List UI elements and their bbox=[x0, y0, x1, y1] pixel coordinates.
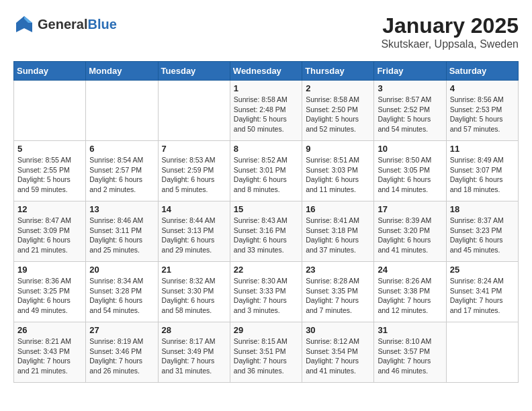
day-number: 23 bbox=[306, 265, 370, 275]
day-number: 3 bbox=[378, 83, 442, 93]
logo: GeneralBlue bbox=[13, 13, 117, 35]
day-info: Sunrise: 8:24 AM Sunset: 3:41 PM Dayligh… bbox=[450, 276, 515, 316]
col-sunday: Sunday bbox=[14, 62, 86, 81]
calendar-week-3: 12Sunrise: 8:47 AM Sunset: 3:09 PM Dayli… bbox=[14, 201, 519, 262]
calendar-week-1: 1Sunrise: 8:58 AM Sunset: 2:48 PM Daylig… bbox=[14, 81, 519, 141]
calendar-cell: 10Sunrise: 8:50 AM Sunset: 3:05 PM Dayli… bbox=[374, 141, 446, 201]
day-number: 15 bbox=[234, 204, 298, 214]
calendar-cell: 30Sunrise: 8:12 AM Sunset: 3:54 PM Dayli… bbox=[302, 322, 374, 383]
day-number: 8 bbox=[234, 144, 298, 154]
calendar-cell: 12Sunrise: 8:47 AM Sunset: 3:09 PM Dayli… bbox=[14, 201, 86, 262]
day-number: 24 bbox=[378, 265, 442, 275]
day-info: Sunrise: 8:36 AM Sunset: 3:25 PM Dayligh… bbox=[17, 276, 82, 316]
calendar-cell bbox=[14, 81, 86, 141]
day-number: 17 bbox=[378, 204, 442, 214]
calendar-cell: 26Sunrise: 8:21 AM Sunset: 3:43 PM Dayli… bbox=[14, 322, 86, 383]
calendar-cell: 2Sunrise: 8:58 AM Sunset: 2:50 PM Daylig… bbox=[302, 81, 374, 141]
day-number: 19 bbox=[17, 265, 82, 275]
day-info: Sunrise: 8:39 AM Sunset: 3:20 PM Dayligh… bbox=[378, 216, 442, 255]
day-number: 5 bbox=[17, 144, 82, 154]
day-info: Sunrise: 8:37 AM Sunset: 3:23 PM Dayligh… bbox=[450, 216, 515, 255]
calendar-cell: 4Sunrise: 8:56 AM Sunset: 2:53 PM Daylig… bbox=[446, 81, 518, 141]
calendar-cell: 21Sunrise: 8:32 AM Sunset: 3:30 PM Dayli… bbox=[158, 262, 230, 322]
day-info: Sunrise: 8:51 AM Sunset: 3:03 PM Dayligh… bbox=[306, 155, 370, 195]
calendar-cell: 23Sunrise: 8:28 AM Sunset: 3:35 PM Dayli… bbox=[302, 262, 374, 322]
logo-blue: Blue bbox=[87, 17, 116, 32]
col-wednesday: Wednesday bbox=[230, 62, 302, 81]
col-saturday: Saturday bbox=[446, 62, 518, 81]
day-info: Sunrise: 8:46 AM Sunset: 3:11 PM Dayligh… bbox=[89, 216, 154, 255]
day-number: 21 bbox=[162, 265, 226, 275]
day-number: 28 bbox=[162, 325, 226, 335]
calendar-cell: 18Sunrise: 8:37 AM Sunset: 3:23 PM Dayli… bbox=[446, 201, 518, 262]
calendar-table: Sunday Monday Tuesday Wednesday Thursday… bbox=[13, 61, 519, 383]
day-info: Sunrise: 8:19 AM Sunset: 3:46 PM Dayligh… bbox=[89, 336, 154, 376]
day-number: 11 bbox=[450, 144, 515, 154]
day-info: Sunrise: 8:28 AM Sunset: 3:35 PM Dayligh… bbox=[306, 276, 370, 316]
calendar-cell: 1Sunrise: 8:58 AM Sunset: 2:48 PM Daylig… bbox=[230, 81, 302, 141]
day-number: 2 bbox=[306, 83, 370, 93]
day-info: Sunrise: 8:21 AM Sunset: 3:43 PM Dayligh… bbox=[17, 336, 82, 376]
calendar-cell: 6Sunrise: 8:54 AM Sunset: 2:57 PM Daylig… bbox=[86, 141, 158, 201]
day-info: Sunrise: 8:57 AM Sunset: 2:52 PM Dayligh… bbox=[378, 95, 442, 134]
calendar-cell: 7Sunrise: 8:53 AM Sunset: 2:59 PM Daylig… bbox=[158, 141, 230, 201]
day-info: Sunrise: 8:52 AM Sunset: 3:01 PM Dayligh… bbox=[234, 155, 298, 195]
calendar-week-5: 26Sunrise: 8:21 AM Sunset: 3:43 PM Dayli… bbox=[14, 322, 519, 383]
calendar-header: Sunday Monday Tuesday Wednesday Thursday… bbox=[14, 62, 519, 81]
logo-icon bbox=[13, 13, 35, 35]
day-number: 20 bbox=[89, 265, 154, 275]
col-monday: Monday bbox=[86, 62, 158, 81]
day-number: 4 bbox=[450, 83, 515, 93]
calendar-cell: 27Sunrise: 8:19 AM Sunset: 3:46 PM Dayli… bbox=[86, 322, 158, 383]
day-info: Sunrise: 8:32 AM Sunset: 3:30 PM Dayligh… bbox=[162, 276, 226, 316]
day-number: 14 bbox=[162, 204, 226, 214]
calendar-cell: 24Sunrise: 8:26 AM Sunset: 3:38 PM Dayli… bbox=[374, 262, 446, 322]
day-info: Sunrise: 8:12 AM Sunset: 3:54 PM Dayligh… bbox=[306, 336, 370, 376]
calendar-cell: 14Sunrise: 8:44 AM Sunset: 3:13 PM Dayli… bbox=[158, 201, 230, 262]
day-info: Sunrise: 8:49 AM Sunset: 3:07 PM Dayligh… bbox=[450, 155, 515, 195]
col-tuesday: Tuesday bbox=[158, 62, 230, 81]
day-info: Sunrise: 8:43 AM Sunset: 3:16 PM Dayligh… bbox=[234, 216, 298, 255]
calendar-body: 1Sunrise: 8:58 AM Sunset: 2:48 PM Daylig… bbox=[14, 81, 519, 383]
day-number: 7 bbox=[162, 144, 226, 154]
calendar-cell: 5Sunrise: 8:55 AM Sunset: 2:55 PM Daylig… bbox=[14, 141, 86, 201]
day-info: Sunrise: 8:17 AM Sunset: 3:49 PM Dayligh… bbox=[162, 336, 226, 376]
calendar-week-4: 19Sunrise: 8:36 AM Sunset: 3:25 PM Dayli… bbox=[14, 262, 519, 322]
day-info: Sunrise: 8:54 AM Sunset: 2:57 PM Dayligh… bbox=[89, 155, 154, 195]
logo-general: General bbox=[38, 17, 87, 32]
calendar-subtitle: Skutskaer, Uppsala, Sweden bbox=[381, 38, 519, 50]
calendar-cell: 16Sunrise: 8:41 AM Sunset: 3:18 PM Dayli… bbox=[302, 201, 374, 262]
day-number: 13 bbox=[89, 204, 154, 214]
header-row: Sunday Monday Tuesday Wednesday Thursday… bbox=[14, 62, 519, 81]
day-number: 6 bbox=[89, 144, 154, 154]
day-info: Sunrise: 8:58 AM Sunset: 2:50 PM Dayligh… bbox=[306, 95, 370, 134]
day-number: 27 bbox=[89, 325, 154, 335]
day-number: 18 bbox=[450, 204, 515, 214]
day-number: 12 bbox=[17, 204, 82, 214]
calendar-cell: 15Sunrise: 8:43 AM Sunset: 3:16 PM Dayli… bbox=[230, 201, 302, 262]
day-info: Sunrise: 8:53 AM Sunset: 2:59 PM Dayligh… bbox=[162, 155, 226, 195]
calendar-cell: 17Sunrise: 8:39 AM Sunset: 3:20 PM Dayli… bbox=[374, 201, 446, 262]
day-info: Sunrise: 8:26 AM Sunset: 3:38 PM Dayligh… bbox=[378, 276, 442, 316]
day-info: Sunrise: 8:10 AM Sunset: 3:57 PM Dayligh… bbox=[378, 336, 442, 376]
title-block: January 2025 Skutskaer, Uppsala, Sweden bbox=[381, 13, 519, 50]
day-info: Sunrise: 8:44 AM Sunset: 3:13 PM Dayligh… bbox=[162, 216, 226, 255]
calendar-cell: 3Sunrise: 8:57 AM Sunset: 2:52 PM Daylig… bbox=[374, 81, 446, 141]
day-info: Sunrise: 8:56 AM Sunset: 2:53 PM Dayligh… bbox=[450, 95, 515, 134]
calendar-cell: 19Sunrise: 8:36 AM Sunset: 3:25 PM Dayli… bbox=[14, 262, 86, 322]
calendar-cell bbox=[446, 322, 518, 383]
calendar-cell: 29Sunrise: 8:15 AM Sunset: 3:51 PM Dayli… bbox=[230, 322, 302, 383]
calendar-cell: 22Sunrise: 8:30 AM Sunset: 3:33 PM Dayli… bbox=[230, 262, 302, 322]
day-number: 29 bbox=[234, 325, 298, 335]
col-thursday: Thursday bbox=[302, 62, 374, 81]
day-info: Sunrise: 8:34 AM Sunset: 3:28 PM Dayligh… bbox=[89, 276, 154, 316]
logo-text: GeneralBlue bbox=[38, 17, 117, 32]
day-info: Sunrise: 8:30 AM Sunset: 3:33 PM Dayligh… bbox=[234, 276, 298, 316]
calendar-cell: 8Sunrise: 8:52 AM Sunset: 3:01 PM Daylig… bbox=[230, 141, 302, 201]
calendar-week-2: 5Sunrise: 8:55 AM Sunset: 2:55 PM Daylig… bbox=[14, 141, 519, 201]
calendar-cell: 9Sunrise: 8:51 AM Sunset: 3:03 PM Daylig… bbox=[302, 141, 374, 201]
calendar-cell: 11Sunrise: 8:49 AM Sunset: 3:07 PM Dayli… bbox=[446, 141, 518, 201]
day-number: 10 bbox=[378, 144, 442, 154]
day-number: 30 bbox=[306, 325, 370, 335]
day-info: Sunrise: 8:50 AM Sunset: 3:05 PM Dayligh… bbox=[378, 155, 442, 195]
